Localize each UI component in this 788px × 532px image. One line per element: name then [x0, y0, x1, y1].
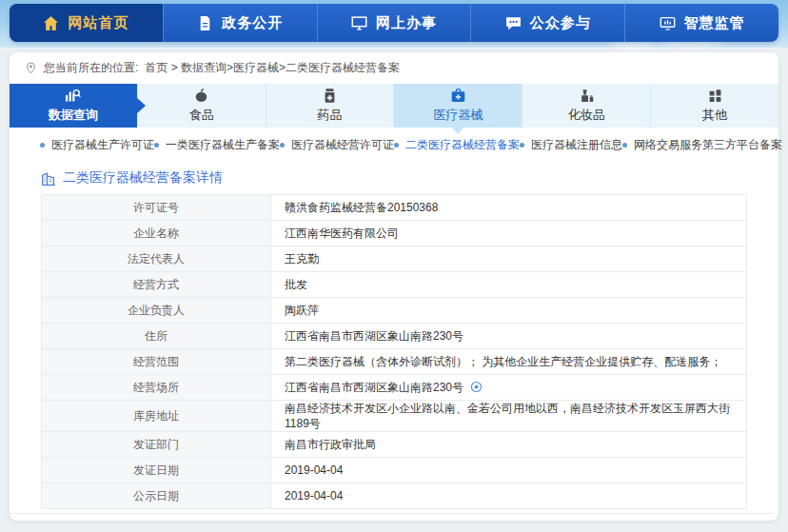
topnav-item-online-services[interactable]: 网上办事 — [317, 4, 471, 42]
row-label: 住所 — [42, 324, 271, 349]
row-value: 第二类医疗器械（含体外诊断试剂）； 为其他企业生产经营企业提供贮存、配送服务； — [271, 349, 747, 375]
subnav-item-third-party-platform-filing[interactable]: 网络交易服务第三方平台备案 — [622, 137, 782, 153]
row-value: 陶跃萍 — [271, 298, 747, 324]
breadcrumb-path[interactable]: 首页 > 数据查询>医疗器械>二类医疗器械经营备案 — [145, 60, 400, 76]
row-value: 南昌经济技术开发区小企业路以南、金若公司用地以西，南昌经济技术开发区玉屏西大街1… — [271, 401, 747, 432]
monitor-icon — [351, 15, 367, 31]
row-label: 法定代表人 — [42, 246, 271, 272]
tab-medical-devices[interactable]: 医疗器械 — [393, 84, 522, 128]
row-label: 企业负责人 — [42, 298, 271, 324]
table-row: 企业名称 江西南华医药有限公司 — [42, 221, 747, 246]
category-tabbar: 数据查询 食品 药品 医疗器械 化妆品 其他 — [10, 84, 778, 128]
topnav-item-home[interactable]: 网站首页 — [10, 4, 163, 42]
row-value: 王克勤 — [271, 246, 747, 272]
subnav-label: 医疗器械注册信息 — [531, 137, 622, 153]
row-value: 江西南华医药有限公司 — [271, 221, 747, 246]
tab-label: 化妆品 — [568, 107, 605, 124]
table-row: 许可证号 赣洪食药监械经营备20150368 — [42, 195, 747, 221]
breadcrumb: 您当前所在的位置: 首页 > 数据查询>医疗器械>二类医疗器械经营备案 — [10, 52, 778, 84]
row-value: 2019-04-04 — [271, 483, 747, 509]
topnav-item-public-participation[interactable]: 公众参与 — [470, 4, 624, 42]
topnav-label: 智慧监管 — [684, 14, 745, 32]
table-row: 发证日期 2019-04-04 — [42, 458, 747, 483]
subnav: 医疗器械生产许可证 一类医疗器械生产备案 医疗器械经营许可证 二类医疗器械经营备… — [10, 128, 778, 163]
first-aid-kit-icon — [450, 88, 466, 104]
row-label: 公示日期 — [42, 483, 271, 509]
topnav-item-smart-supervision[interactable]: 智慧监管 — [624, 4, 778, 42]
chart-search-icon — [65, 88, 81, 104]
building-icon — [40, 170, 56, 187]
bullet-dot-icon — [40, 143, 45, 148]
subnav-item-production-license[interactable]: 医疗器械生产许可证 — [40, 137, 154, 153]
subnav-label: 医疗器械生产许可证 — [51, 137, 154, 153]
detail-table: 许可证号 赣洪食药监械经营备20150368 企业名称 江西南华医药有限公司 法… — [41, 194, 747, 509]
breadcrumb-prefix: 您当前所在的位置: — [44, 60, 138, 76]
table-row: 企业负责人 陶跃萍 — [42, 298, 747, 324]
cosmetics-icon — [579, 88, 595, 104]
tab-label: 数据查询 — [49, 107, 98, 124]
table-row: 经营范围 第二类医疗器械（含体外诊断试剂）； 为其他企业生产经营企业提供贮存、配… — [42, 349, 747, 375]
business-premises-text: 江西省南昌市西湖区象山南路230号 — [285, 381, 463, 394]
tab-other[interactable]: 其他 — [650, 84, 778, 128]
table-row: 库房地址 南昌经济技术开发区小企业路以南、金若公司用地以西，南昌经济技术开发区玉… — [42, 401, 747, 432]
tab-cosmetics[interactable]: 化妆品 — [522, 84, 650, 128]
row-label: 经营方式 — [42, 272, 271, 298]
page-title-text: 二类医疗器械经营备案详情 — [63, 169, 223, 187]
tab-data-query[interactable]: 数据查询 — [10, 84, 137, 128]
bullet-dot-icon — [280, 143, 285, 148]
row-value: 江西省南昌市西湖区象山南路230号 — [271, 375, 747, 401]
row-label: 企业名称 — [42, 221, 271, 246]
topnav-label: 网站首页 — [68, 14, 128, 32]
row-label: 发证部门 — [42, 432, 271, 458]
tab-label: 医疗器械 — [433, 107, 483, 124]
home-icon — [43, 15, 59, 31]
subnav-item-registration-info[interactable]: 医疗器械注册信息 — [520, 137, 622, 153]
tab-label: 其他 — [702, 107, 727, 124]
location-pin-icon — [25, 62, 37, 74]
bullet-dot-icon — [520, 143, 524, 148]
food-icon — [193, 88, 209, 104]
map-location-icon[interactable] — [470, 381, 483, 393]
table-row: 公示日期 2019-04-04 — [42, 483, 747, 509]
topnav-label: 政务公开 — [222, 14, 283, 32]
tab-label: 药品 — [318, 107, 343, 124]
tab-label: 食品 — [189, 107, 214, 124]
row-label: 经营场所 — [42, 375, 271, 401]
grid-icon — [707, 88, 723, 104]
subnav-label: 网络交易服务第三方平台备案 — [634, 137, 782, 153]
top-navigation: 网站首页 政务公开 网上办事 公众参与 智慧监管 — [10, 4, 778, 42]
row-value: 赣洪食药监械经营备20150368 — [271, 195, 747, 221]
tab-drugs[interactable]: 药品 — [266, 84, 394, 128]
subnav-label: 医疗器械经营许可证 — [291, 137, 394, 153]
topnav-label: 网上办事 — [376, 14, 437, 32]
document-icon — [197, 15, 213, 31]
table-row: 法定代表人 王克勤 — [42, 246, 747, 272]
table-row: 经营方式 批发 — [42, 272, 747, 298]
chat-icon — [505, 15, 522, 31]
row-label: 发证日期 — [42, 458, 271, 483]
topnav-item-gov-open[interactable]: 政务公开 — [163, 4, 317, 42]
footer-divider — [10, 513, 778, 514]
row-value: 批发 — [271, 272, 747, 298]
bullet-dot-icon — [394, 143, 399, 148]
content-card: 您当前所在的位置: 首页 > 数据查询>医疗器械>二类医疗器械经营备案 数据查询… — [10, 52, 778, 521]
page-title: 二类医疗器械经营备案详情 — [40, 169, 778, 187]
subnav-label: 一类医疗器械生产备案 — [166, 137, 280, 153]
subnav-item-operation-license[interactable]: 医疗器械经营许可证 — [280, 137, 394, 153]
tab-food[interactable]: 食品 — [137, 84, 266, 128]
row-label: 库房地址 — [42, 401, 271, 432]
screen-icon — [660, 15, 676, 31]
subnav-label: 二类医疗器械经营备案 — [405, 137, 520, 153]
topnav-label: 公众参与 — [530, 14, 591, 32]
subnav-item-class1-production-filing[interactable]: 一类医疗器械生产备案 — [154, 137, 280, 153]
pill-bottle-icon — [322, 88, 338, 104]
table-row: 住所 江西省南昌市西湖区象山南路230号 — [42, 324, 747, 349]
row-label: 经营范围 — [42, 349, 271, 375]
row-label: 许可证号 — [42, 195, 271, 221]
subnav-item-class2-operation-filing[interactable]: 二类医疗器械经营备案 — [394, 137, 520, 153]
bullet-dot-icon — [154, 143, 159, 148]
row-value: 江西省南昌市西湖区象山南路230号 — [271, 324, 747, 349]
table-row: 经营场所 江西省南昌市西湖区象山南路230号 — [42, 375, 747, 401]
bullet-dot-icon — [622, 143, 627, 148]
row-value: 2019-04-04 — [271, 458, 747, 483]
